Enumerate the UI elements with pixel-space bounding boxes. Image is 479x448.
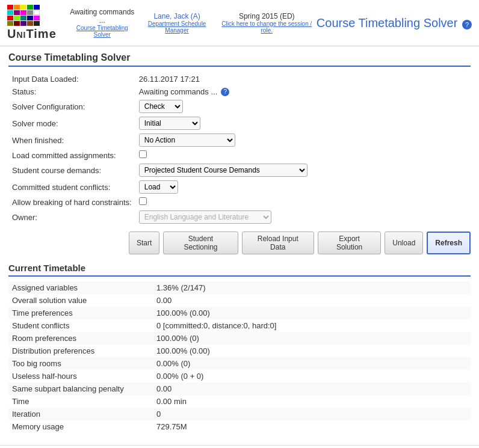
allow-breaking-row: Allow breaking of hard constraints: [8, 195, 471, 209]
solver-config-select[interactable]: Check General Default [139, 100, 183, 113]
row-label: Time [8, 395, 153, 408]
status-label: Status: [8, 85, 135, 98]
row-value: 1.36% (2/147) [153, 281, 471, 294]
nav-status-main: Awaiting commands ... [67, 8, 137, 25]
when-finished-cell: No Action Save Save To Best [135, 132, 471, 149]
row-value: 0 [committed:0, distance:0, hard:0] [153, 319, 471, 332]
committed-conflicts-cell: Load Ignore [135, 179, 471, 195]
row-value: 0.00 [153, 294, 471, 307]
student-sectioning-button[interactable]: Student Sectioning [163, 232, 238, 254]
student-demands-row: Student course demands: Projected Studen… [8, 162, 471, 179]
owner-cell: English Language and Literature [135, 209, 471, 226]
nav-item-user: Lane, Jack (A) Department Schedule Manag… [137, 12, 217, 34]
table-row: Iteration0 [8, 408, 471, 420]
table-row: Overall solution value0.00 [8, 294, 471, 307]
row-value: 100.00% (0) [153, 332, 471, 345]
nav-center: Awaiting commands ... Course Timetabling… [67, 8, 317, 38]
table-row: Memory usage729.75M [8, 420, 471, 433]
table-row: Time0.00 min [8, 395, 471, 408]
nav-item-session: Spring 2015 (ED) Click here to change th… [217, 12, 317, 34]
nav-status-sub[interactable]: Course Timetabling Solver [67, 25, 137, 38]
solver-mode-cell: Initial MPP Perturbations [135, 115, 471, 132]
row-value: 0.00% (0 + 0) [153, 370, 471, 382]
committed-conflicts-row: Committed student conflicts: Load Ignore [8, 179, 471, 195]
load-committed-label: Load committed assignments: [8, 149, 135, 162]
row-label: Assigned variables [8, 281, 153, 294]
export-solution-button[interactable]: Export Solution [318, 232, 381, 254]
input-data-row: Input Data Loaded: 26.11.2017 17:21 [8, 73, 471, 85]
nav-session-main: Spring 2015 (ED) [217, 12, 317, 20]
table-row: Useless half-hours0.00% (0 + 0) [8, 370, 471, 382]
status-value: Awaiting commands ... [139, 87, 218, 96]
table-row: Distribution preferences100.00% (0.00) [8, 345, 471, 357]
nav-session-sub[interactable]: Click here to change the session / role. [217, 20, 317, 34]
row-label: Same subpart balancing penalty [8, 382, 153, 395]
main-content: Course Timetabling Solver Input Data Loa… [0, 46, 479, 439]
row-value: 0 [153, 408, 471, 420]
current-timetable-table: Assigned variables1.36% (2/147)Overall s… [8, 281, 471, 433]
allow-breaking-cell [135, 195, 471, 209]
owner-label: Owner: [8, 209, 135, 226]
bottom-bar: Save To Best [0, 445, 479, 448]
table-row: Assigned variables1.36% (2/147) [8, 281, 471, 294]
input-data-value: 26.11.2017 17:21 [135, 73, 471, 85]
allow-breaking-label: Allow breaking of hard constraints: [8, 195, 135, 209]
page-title: Course Timetabling Solver [8, 52, 471, 67]
load-committed-checkbox[interactable] [139, 150, 147, 158]
row-label: Room preferences [8, 332, 153, 345]
table-row: Room preferences100.00% (0) [8, 332, 471, 345]
row-label: Too big rooms [8, 357, 153, 370]
solver-config-label: Solver Configuration: [8, 98, 135, 115]
current-timetable-title: Current Timetable [8, 263, 471, 277]
row-value: 100.00% (0.00) [153, 345, 471, 357]
row-label: Distribution preferences [8, 345, 153, 357]
load-committed-cell [135, 149, 471, 162]
logo-grid [7, 5, 40, 26]
row-label: Time preferences [8, 307, 153, 319]
when-finished-row: When finished: No Action Save Save To Be… [8, 132, 471, 149]
row-label: Memory usage [8, 420, 153, 433]
row-value: 729.75M [153, 420, 471, 433]
input-data-label: Input Data Loaded: [8, 73, 135, 85]
student-demands-label: Student course demands: [8, 162, 135, 179]
reload-input-data-button[interactable]: Reload Input Data [242, 232, 314, 254]
committed-conflicts-label: Committed student conflicts: [8, 179, 135, 195]
refresh-button[interactable]: Refresh [427, 232, 471, 254]
header-title-area: Course Timetabling Solver ? [317, 16, 472, 30]
table-row: Too big rooms0.00% (0) [8, 357, 471, 370]
row-value: 0.00% (0) [153, 357, 471, 370]
table-row: Student conflicts0 [committed:0, distanc… [8, 319, 471, 332]
header-help-icon[interactable]: ? [462, 20, 472, 29]
owner-select[interactable]: English Language and Literature [139, 210, 271, 224]
row-label: Overall solution value [8, 294, 153, 307]
nav-user-main: Lane, Jack (A) [137, 12, 217, 20]
row-label: Student conflicts [8, 319, 153, 332]
nav-user-sub[interactable]: Department Schedule Manager [137, 20, 217, 34]
row-label: Iteration [8, 408, 153, 420]
when-finished-label: When finished: [8, 132, 135, 149]
table-row: Same subpart balancing penalty0.00 [8, 382, 471, 395]
allow-breaking-checkbox[interactable] [139, 197, 147, 205]
committed-conflicts-select[interactable]: Load Ignore [139, 180, 178, 194]
action-buttons: Start Student Sectioning Reload Input Da… [8, 232, 471, 254]
solver-mode-select[interactable]: Initial MPP Perturbations [139, 117, 200, 130]
unload-button[interactable]: Unload [385, 232, 423, 254]
status-help-icon[interactable]: ? [221, 88, 229, 96]
header: UniTime Awaiting commands ... Course Tim… [0, 0, 479, 46]
row-value: 0.00 [153, 382, 471, 395]
load-committed-row: Load committed assignments: [8, 149, 471, 162]
student-demands-select[interactable]: Projected Student Course Demands Last Li… [139, 164, 307, 177]
solver-form: Input Data Loaded: 26.11.2017 17:21 Stat… [8, 73, 471, 226]
row-value: 0.00 min [153, 395, 471, 408]
table-row: Time preferences100.00% (0.00) [8, 307, 471, 319]
start-button[interactable]: Start [129, 232, 159, 254]
unitime-logo: UniTime [7, 27, 57, 41]
status-cell: Awaiting commands ... ? [135, 85, 471, 98]
logo-area: UniTime [7, 5, 67, 41]
solver-config-row: Solver Configuration: Check General Defa… [8, 98, 471, 115]
row-value: 100.00% (0.00) [153, 307, 471, 319]
when-finished-select[interactable]: No Action Save Save To Best [139, 133, 235, 147]
owner-row: Owner: English Language and Literature [8, 209, 471, 226]
solver-config-cell: Check General Default [135, 98, 471, 115]
solver-mode-label: Solver mode: [8, 115, 135, 132]
